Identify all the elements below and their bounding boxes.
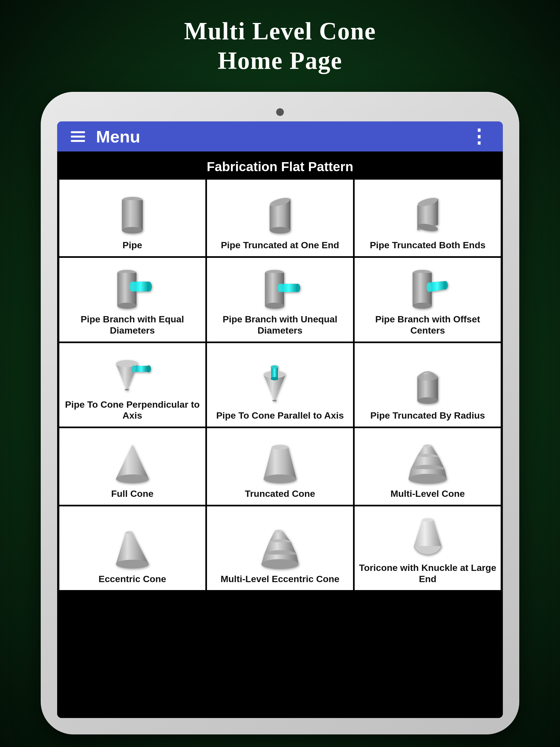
- more-options-icon[interactable]: ⋮: [469, 125, 489, 148]
- pipe-branch-offset-label: Pipe Branch with Offset Centers: [359, 314, 496, 336]
- grid-item-toricone[interactable]: Toricone with Knuckle at Large End: [355, 506, 501, 590]
- grid-item-pipe-truncated-one[interactable]: Pipe Truncated at One End: [207, 180, 353, 256]
- pipe-truncated-both-label: Pipe Truncated Both Ends: [370, 239, 485, 251]
- pipe-branch-offset-image: [403, 263, 452, 310]
- svg-point-33: [271, 377, 278, 380]
- svg-point-45: [275, 530, 283, 533]
- grid-item-pipe[interactable]: Pipe: [59, 180, 205, 256]
- multi-level-eccentric-label: Multi-Level Eccentric Cone: [221, 573, 339, 585]
- items-grid: Pipe: [59, 180, 501, 590]
- tablet-frame: Menu ⋮ Fabrication Flat Pattern: [41, 92, 519, 735]
- grid-item-pipe-branch-equal[interactable]: Pipe Branch with Equal Diameters: [59, 258, 205, 341]
- grid-item-eccentric-cone[interactable]: Eccentric Cone: [59, 506, 205, 590]
- grid-item-pipe-truncated-both[interactable]: Pipe Truncated Both Ends: [355, 180, 501, 256]
- pipe-image: [108, 189, 157, 236]
- multi-level-cone-image: [403, 438, 452, 484]
- pipe-truncated-one-image: [255, 189, 305, 236]
- eccentric-cone-image: [108, 523, 157, 570]
- full-cone-image: [108, 438, 157, 484]
- pipe-to-cone-parallel-image: [255, 360, 305, 406]
- section-title: Fabrication Flat Pattern: [59, 154, 501, 180]
- svg-point-27: [147, 365, 151, 372]
- svg-point-30: [272, 400, 277, 402]
- grid-item-truncated-cone[interactable]: Truncated Cone: [207, 428, 353, 505]
- tablet-screen: Menu ⋮ Fabrication Flat Pattern: [57, 121, 503, 718]
- pipe-branch-unequal-label: Pipe Branch with Unequal Diameters: [211, 314, 349, 336]
- svg-point-42: [408, 474, 447, 484]
- svg-point-38: [263, 474, 297, 483]
- svg-rect-1: [122, 200, 143, 230]
- svg-point-48: [261, 559, 299, 569]
- toricone-label: Toricone with Knuckle at Large End: [359, 562, 496, 585]
- grid-item-full-cone[interactable]: Full Cone: [59, 428, 205, 505]
- app-header: Menu ⋮: [57, 121, 503, 152]
- truncated-cone-label: Truncated Cone: [245, 488, 315, 499]
- toricone-image: [403, 512, 452, 558]
- hamburger-menu-icon[interactable]: [71, 131, 85, 142]
- svg-point-35: [417, 374, 438, 381]
- content-area: Fabrication Flat Pattern: [57, 152, 503, 718]
- svg-point-23: [427, 282, 432, 292]
- svg-point-36: [116, 474, 149, 483]
- pipe-truncated-radius-label: Pipe Truncated By Radius: [370, 410, 485, 421]
- svg-point-44: [116, 560, 149, 568]
- grid-item-pipe-branch-offset[interactable]: Pipe Branch with Offset Centers: [355, 258, 501, 341]
- svg-point-32: [271, 365, 278, 368]
- multi-level-eccentric-image: [255, 523, 305, 570]
- svg-point-18: [278, 284, 282, 292]
- pipe-branch-equal-image: [108, 263, 157, 310]
- multi-level-cone-label: Multi-Level Cone: [390, 488, 465, 499]
- grid-item-pipe-branch-unequal[interactable]: Pipe Branch with Unequal Diameters: [207, 258, 353, 341]
- grid-item-pipe-to-cone-perp[interactable]: Pipe To Cone Perpendicular to Axis: [59, 343, 205, 427]
- eccentric-cone-label: Eccentric Cone: [98, 573, 166, 585]
- full-cone-label: Full Cone: [111, 488, 154, 499]
- svg-point-21: [413, 303, 432, 309]
- pipe-branch-unequal-image: [255, 263, 305, 310]
- pipe-truncated-both-image: [403, 189, 452, 236]
- svg-point-2: [122, 227, 143, 233]
- tablet-camera: [276, 108, 284, 116]
- svg-point-34: [417, 397, 438, 404]
- svg-point-28: [131, 365, 136, 372]
- pipe-branch-equal-label: Pipe Branch with Equal Diameters: [64, 314, 201, 336]
- grid-item-pipe-to-cone-parallel[interactable]: Pipe To Cone Parallel to Axis: [207, 343, 353, 427]
- menu-label: Menu: [96, 127, 469, 146]
- svg-point-12: [129, 282, 135, 291]
- svg-point-43: [126, 531, 133, 534]
- pipe-to-cone-parallel-label: Pipe To Cone Parallel to Axis: [216, 410, 344, 421]
- truncated-cone-image: [255, 438, 305, 484]
- grid-item-multi-level-eccentric[interactable]: Multi-Level Eccentric Cone: [207, 506, 353, 590]
- svg-point-3: [270, 227, 290, 233]
- pipe-truncated-one-label: Pipe Truncated at One End: [221, 239, 339, 251]
- pipe-truncated-radius-image: [403, 360, 452, 406]
- grid-item-multi-level-cone[interactable]: Multi-Level Cone: [355, 428, 501, 505]
- svg-rect-26: [134, 366, 149, 372]
- svg-point-37: [272, 445, 288, 450]
- pipe-to-cone-perp-image: [108, 349, 157, 395]
- svg-rect-17: [280, 284, 298, 292]
- svg-point-9: [117, 303, 136, 309]
- pipe-to-cone-perp-label: Pipe To Cone Perpendicular to Axis: [64, 399, 201, 421]
- svg-point-25: [125, 389, 129, 390]
- pipe-label: Pipe: [123, 239, 142, 251]
- page-title: Multi Level Cone Home Page: [184, 17, 376, 75]
- svg-point-39: [424, 445, 432, 447]
- svg-point-15: [265, 303, 284, 309]
- svg-point-50: [422, 518, 433, 522]
- grid-item-pipe-truncated-radius[interactable]: Pipe Truncated By Radius: [355, 343, 501, 427]
